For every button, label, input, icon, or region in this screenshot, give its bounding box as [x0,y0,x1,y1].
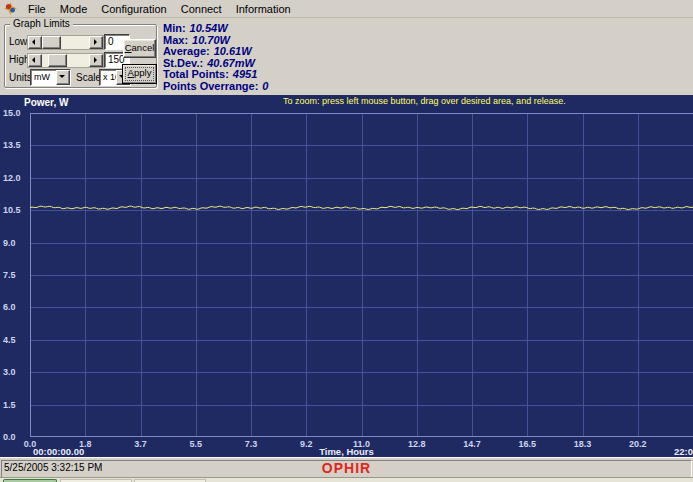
low-scroll-right-button[interactable] [89,36,103,49]
status-bar: 5/25/2005 3:32:15 PM OPHIR [0,457,693,478]
high-scrollbar[interactable] [27,53,104,68]
arrow-right-icon [94,57,97,63]
y-tick-label: 6.0 [3,302,29,312]
menu-mode[interactable]: Mode [53,2,95,16]
cancel-button[interactable]: Cancel [123,39,156,58]
cancel-button-label: Cancel [124,40,155,55]
apply-button-label: Apply [123,65,156,80]
y-tick-label: 3.0 [3,367,29,377]
y-tick-label: 13.5 [3,140,29,150]
chart-area[interactable]: Power, W To zoom: press left mouse butto… [0,95,693,457]
low-scrollbar-thumb[interactable] [42,36,61,49]
low-label: Low [9,36,27,47]
y-tick-label: 10.5 [3,205,29,215]
menu-information[interactable]: Information [229,2,298,16]
y-tick-label: 15.0 [3,108,29,118]
power-trace [30,206,693,210]
arrow-left-icon [32,57,35,63]
low-scroll-left-button[interactable] [28,36,42,49]
app-window: File Mode Configuration Connect Informat… [0,0,693,482]
units-dropdown-button[interactable] [56,70,70,85]
plot-canvas[interactable] [30,113,693,437]
y-tick-label: 7.5 [3,270,29,280]
ophir-logo: OPHIR [0,460,693,476]
arrow-right-icon [94,39,97,45]
menu-connect[interactable]: Connect [174,2,229,16]
stat-points-overrange: Points Overrange:0 [163,81,268,93]
arrow-left-icon [32,39,35,45]
taskbar-edge [0,477,693,482]
units-label: Units [9,72,32,83]
y-tick-label: 12.0 [3,173,29,183]
menu-file[interactable]: File [21,2,53,16]
menu-configuration[interactable]: Configuration [94,2,173,16]
high-scroll-left-button[interactable] [28,54,42,67]
graph-limits-title: Graph Limits [10,18,73,29]
graph-limits-group: Graph Limits Low 0 High 150 Units mW Sca… [4,24,157,88]
statistics-panel: Min:10.54W Max:10.70W Average:10.61W St.… [163,23,268,93]
units-value: mW [34,72,50,82]
high-scroll-right-button[interactable] [89,54,103,67]
menu-bar: File Mode Configuration Connect Informat… [0,0,693,18]
chevron-down-icon [59,75,65,78]
app-icon [4,2,17,15]
end-time-label: 22:0 [674,446,693,457]
y-tick-label: 1.5 [3,400,29,410]
y-axis-title: Power, W [24,97,68,108]
units-dropdown[interactable]: mW [30,69,71,86]
x-axis-title: Time, Hours [0,446,693,457]
zoom-hint-text: To zoom: press left mouse button, drag o… [283,96,566,106]
y-tick-label: 9.0 [3,238,29,248]
low-scrollbar[interactable] [27,35,104,50]
y-tick-label: 4.5 [3,335,29,345]
apply-button[interactable]: Apply [122,64,157,84]
high-scrollbar-thumb[interactable] [48,54,67,67]
scale-label: Scale [76,72,101,83]
